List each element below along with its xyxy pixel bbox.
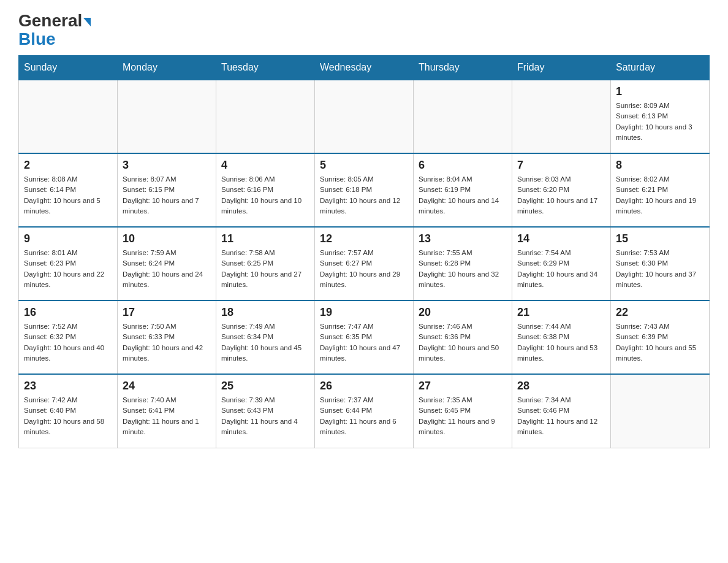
calendar-cell: 17Sunrise: 7:50 AMSunset: 6:33 PMDayligh… [118, 301, 216, 374]
day-number: 9 [24, 232, 112, 245]
day-header-wednesday: Wednesday [315, 56, 414, 80]
day-number: 19 [320, 306, 408, 319]
day-number: 5 [320, 159, 408, 172]
day-info: Sunrise: 7:35 AMSunset: 6:45 PMDaylight:… [419, 395, 507, 437]
calendar-cell [414, 80, 512, 153]
week-row-3: 9Sunrise: 8:01 AMSunset: 6:23 PMDaylight… [19, 227, 710, 301]
week-row-4: 16Sunrise: 7:52 AMSunset: 6:32 PMDayligh… [19, 301, 710, 374]
day-number: 10 [123, 232, 211, 245]
calendar-cell: 28Sunrise: 7:34 AMSunset: 6:46 PMDayligh… [512, 374, 611, 448]
day-info: Sunrise: 8:02 AMSunset: 6:21 PMDaylight:… [616, 174, 704, 216]
day-info: Sunrise: 7:34 AMSunset: 6:46 PMDaylight:… [517, 395, 605, 437]
calendar-cell: 23Sunrise: 7:42 AMSunset: 6:40 PMDayligh… [19, 374, 118, 448]
day-number: 8 [616, 159, 704, 172]
day-info: Sunrise: 7:37 AMSunset: 6:44 PMDaylight:… [320, 395, 408, 437]
day-header-thursday: Thursday [414, 56, 512, 80]
calendar-cell: 18Sunrise: 7:49 AMSunset: 6:34 PMDayligh… [216, 301, 315, 374]
day-number: 14 [517, 232, 605, 245]
day-info: Sunrise: 7:42 AMSunset: 6:40 PMDaylight:… [24, 395, 112, 437]
day-info: Sunrise: 7:58 AMSunset: 6:25 PMDaylight:… [221, 248, 309, 290]
day-number: 4 [221, 159, 309, 172]
day-info: Sunrise: 7:46 AMSunset: 6:36 PMDaylight:… [419, 321, 507, 364]
calendar-cell: 3Sunrise: 8:07 AMSunset: 6:15 PMDaylight… [118, 153, 216, 227]
day-number: 11 [221, 232, 309, 245]
calendar-cell: 10Sunrise: 7:59 AMSunset: 6:24 PMDayligh… [118, 227, 216, 301]
day-info: Sunrise: 8:07 AMSunset: 6:15 PMDaylight:… [123, 174, 211, 216]
day-info: Sunrise: 8:04 AMSunset: 6:19 PMDaylight:… [419, 174, 507, 216]
day-info: Sunrise: 8:09 AMSunset: 6:13 PMDaylight:… [616, 101, 704, 143]
day-info: Sunrise: 7:40 AMSunset: 6:41 PMDaylight:… [123, 395, 211, 437]
day-number: 2 [24, 159, 112, 172]
logo-line2: Blue [18, 29, 56, 49]
logo-line1: General [18, 12, 91, 29]
day-info: Sunrise: 8:03 AMSunset: 6:20 PMDaylight:… [517, 174, 605, 216]
day-number: 7 [517, 159, 605, 172]
calendar-cell: 11Sunrise: 7:58 AMSunset: 6:25 PMDayligh… [216, 227, 315, 301]
week-row-5: 23Sunrise: 7:42 AMSunset: 6:40 PMDayligh… [19, 374, 710, 448]
calendar-cell [216, 80, 315, 153]
day-info: Sunrise: 7:44 AMSunset: 6:38 PMDaylight:… [517, 321, 605, 364]
day-header-saturday: Saturday [611, 56, 710, 80]
calendar-cell: 2Sunrise: 8:08 AMSunset: 6:14 PMDaylight… [19, 153, 118, 227]
day-info: Sunrise: 8:01 AMSunset: 6:23 PMDaylight:… [24, 248, 112, 290]
calendar-table: SundayMondayTuesdayWednesdayThursdayFrid… [18, 55, 710, 448]
calendar-cell: 7Sunrise: 8:03 AMSunset: 6:20 PMDaylight… [512, 153, 611, 227]
week-row-2: 2Sunrise: 8:08 AMSunset: 6:14 PMDaylight… [19, 153, 710, 227]
calendar-cell: 15Sunrise: 7:53 AMSunset: 6:30 PMDayligh… [611, 227, 710, 301]
calendar-cell [512, 80, 611, 153]
day-number: 22 [616, 306, 704, 319]
calendar-cell: 16Sunrise: 7:52 AMSunset: 6:32 PMDayligh… [19, 301, 118, 374]
day-info: Sunrise: 7:52 AMSunset: 6:32 PMDaylight:… [24, 321, 112, 364]
calendar-cell: 13Sunrise: 7:55 AMSunset: 6:28 PMDayligh… [414, 227, 512, 301]
day-number: 1 [616, 85, 704, 98]
day-number: 23 [24, 380, 112, 393]
day-number: 18 [221, 306, 309, 319]
day-number: 24 [123, 380, 211, 393]
day-header-monday: Monday [118, 56, 216, 80]
calendar-cell: 4Sunrise: 8:06 AMSunset: 6:16 PMDaylight… [216, 153, 315, 227]
day-info: Sunrise: 7:50 AMSunset: 6:33 PMDaylight:… [123, 321, 211, 364]
day-number: 15 [616, 232, 704, 245]
calendar-cell: 8Sunrise: 8:02 AMSunset: 6:21 PMDaylight… [611, 153, 710, 227]
day-info: Sunrise: 7:49 AMSunset: 6:34 PMDaylight:… [221, 321, 309, 364]
day-header-friday: Friday [512, 56, 611, 80]
calendar-cell: 22Sunrise: 7:43 AMSunset: 6:39 PMDayligh… [611, 301, 710, 374]
calendar-cell: 14Sunrise: 7:54 AMSunset: 6:29 PMDayligh… [512, 227, 611, 301]
calendar-cell [315, 80, 414, 153]
calendar-header-row: SundayMondayTuesdayWednesdayThursdayFrid… [19, 56, 710, 80]
day-number: 12 [320, 232, 408, 245]
calendar-cell: 19Sunrise: 7:47 AMSunset: 6:35 PMDayligh… [315, 301, 414, 374]
calendar-cell: 9Sunrise: 8:01 AMSunset: 6:23 PMDaylight… [19, 227, 118, 301]
calendar-cell: 1Sunrise: 8:09 AMSunset: 6:13 PMDaylight… [611, 80, 710, 153]
calendar-cell: 26Sunrise: 7:37 AMSunset: 6:44 PMDayligh… [315, 374, 414, 448]
calendar-cell: 12Sunrise: 7:57 AMSunset: 6:27 PMDayligh… [315, 227, 414, 301]
calendar-cell [611, 374, 710, 448]
day-number: 21 [517, 306, 605, 319]
day-info: Sunrise: 7:57 AMSunset: 6:27 PMDaylight:… [320, 248, 408, 290]
day-number: 17 [123, 306, 211, 319]
day-info: Sunrise: 7:47 AMSunset: 6:35 PMDaylight:… [320, 321, 408, 364]
day-info: Sunrise: 7:55 AMSunset: 6:28 PMDaylight:… [419, 248, 507, 290]
day-number: 27 [419, 380, 507, 393]
calendar-cell: 27Sunrise: 7:35 AMSunset: 6:45 PMDayligh… [414, 374, 512, 448]
calendar-cell [118, 80, 216, 153]
logo: General Blue [18, 12, 91, 49]
day-number: 16 [24, 306, 112, 319]
day-info: Sunrise: 7:43 AMSunset: 6:39 PMDaylight:… [616, 321, 704, 364]
calendar-cell [19, 80, 118, 153]
calendar-cell: 24Sunrise: 7:40 AMSunset: 6:41 PMDayligh… [118, 374, 216, 448]
day-number: 25 [221, 380, 309, 393]
week-row-1: 1Sunrise: 8:09 AMSunset: 6:13 PMDaylight… [19, 80, 710, 153]
day-info: Sunrise: 8:05 AMSunset: 6:18 PMDaylight:… [320, 174, 408, 216]
calendar-cell: 21Sunrise: 7:44 AMSunset: 6:38 PMDayligh… [512, 301, 611, 374]
calendar-cell: 20Sunrise: 7:46 AMSunset: 6:36 PMDayligh… [414, 301, 512, 374]
day-header-tuesday: Tuesday [216, 56, 315, 80]
day-number: 28 [517, 380, 605, 393]
day-info: Sunrise: 7:53 AMSunset: 6:30 PMDaylight:… [616, 248, 704, 290]
day-number: 20 [419, 306, 507, 319]
day-header-sunday: Sunday [19, 56, 118, 80]
day-info: Sunrise: 7:59 AMSunset: 6:24 PMDaylight:… [123, 248, 211, 290]
day-info: Sunrise: 8:06 AMSunset: 6:16 PMDaylight:… [221, 174, 309, 216]
day-number: 6 [419, 159, 507, 172]
day-number: 26 [320, 380, 408, 393]
